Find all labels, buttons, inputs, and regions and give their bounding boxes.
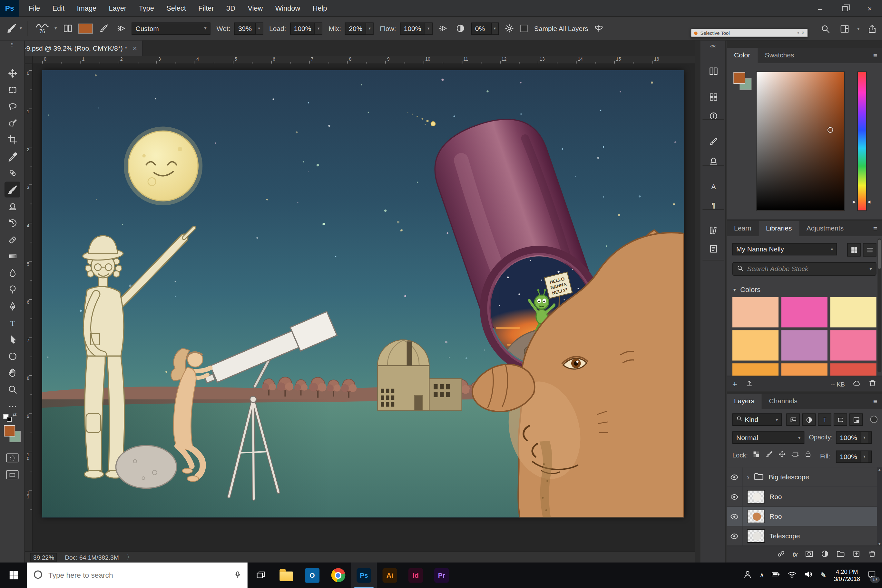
menu-image[interactable]: Image [70, 0, 102, 16]
blend-mode-dropdown[interactable]: Normal▾ [732, 431, 804, 444]
brush-panel-icon[interactable] [97, 22, 110, 35]
eyedropper-tool[interactable] [4, 148, 20, 164]
smudge-tool[interactable] [4, 265, 20, 281]
add-to-library-button[interactable]: + [732, 379, 737, 389]
brush-preset-picker[interactable]: 76 [34, 22, 51, 34]
filter-toggle[interactable] [870, 416, 878, 423]
foreground-color-swatch[interactable] [4, 425, 15, 436]
lock-lock-icon[interactable] [804, 451, 812, 460]
layer-mask-icon[interactable] [805, 549, 813, 559]
zoom-tool[interactable] [4, 382, 20, 398]
taskbar-app-file-explorer[interactable] [273, 562, 299, 588]
brushsettings-icon[interactable] [704, 134, 722, 149]
link-layers-icon[interactable] [777, 549, 785, 559]
layer-visibility-toggle[interactable] [727, 487, 742, 506]
pen-icon[interactable]: ✎ [820, 571, 826, 579]
taskbar-app-photoshop[interactable]: Ps [351, 562, 377, 588]
flow-input[interactable]: 100%▾ [400, 22, 433, 34]
minimize-button[interactable]: – [808, 0, 832, 17]
search-icon[interactable] [819, 22, 832, 36]
layers-menu-icon[interactable]: ≡ [873, 394, 878, 409]
task-view-button[interactable] [248, 562, 273, 588]
healing-tool[interactable] [4, 165, 20, 181]
libraries-icon[interactable] [704, 222, 722, 238]
lock-artboard-icon[interactable] [791, 451, 798, 460]
quick-mask-button[interactable] [6, 453, 18, 462]
ruler-vertical[interactable]: 01234567891 01 1 [25, 64, 33, 551]
lasso-tool[interactable] [4, 99, 20, 114]
layer-visibility-toggle[interactable] [727, 507, 742, 526]
layer-thumbnail[interactable] [747, 530, 765, 543]
layer-visibility-toggle[interactable] [727, 526, 742, 546]
tab-adjustments[interactable]: Adjustments [799, 221, 851, 236]
menu-filter[interactable]: Filter [192, 0, 220, 16]
toolbar-grip[interactable]: ⠿ [0, 43, 25, 48]
menu-file[interactable]: File [22, 0, 46, 16]
upload-icon[interactable] [746, 379, 753, 389]
layer-row-telescope[interactable]: Telescope [727, 526, 878, 546]
menu-type[interactable]: Type [132, 0, 160, 16]
wet-input[interactable]: 39%▾ [234, 22, 263, 34]
library-color-swatch-8[interactable] [830, 363, 876, 375]
restore-button[interactable] [832, 0, 857, 17]
tab-channels[interactable]: Channels [762, 394, 805, 409]
saturation-brightness-picker[interactable] [756, 72, 845, 211]
airbrush-toggle-icon[interactable] [436, 22, 450, 35]
menu-window[interactable]: Window [269, 0, 306, 16]
gradient-tool[interactable] [4, 249, 20, 264]
library-color-swatch-6[interactable] [732, 363, 778, 375]
panel-menu-icon[interactable]: ≡ [873, 48, 878, 63]
tab-color[interactable]: Color [727, 48, 757, 63]
lock-brushsettings-icon[interactable] [765, 451, 773, 460]
library-color-swatch-3[interactable] [732, 330, 778, 360]
move-tool[interactable] [4, 65, 20, 81]
menu-edit[interactable]: Edit [46, 0, 70, 16]
hand-tool[interactable] [4, 365, 20, 381]
libraries-menu-icon[interactable]: ≡ [873, 221, 878, 236]
menu-help[interactable]: Help [306, 0, 333, 16]
pen-tool[interactable] [4, 298, 20, 314]
close-button[interactable]: × [857, 0, 882, 17]
filter-kind-dropdown[interactable]: Kind▾ [732, 414, 782, 426]
filter-adjust-icon[interactable] [802, 414, 816, 426]
current-tool-preview[interactable]: ▾ [4, 22, 22, 35]
filter-pixel-icon[interactable] [786, 414, 800, 426]
collapse-panels-icon[interactable]: «« [700, 40, 725, 51]
layer-thumbnail[interactable] [747, 510, 765, 523]
tab-learn[interactable]: Learn [727, 221, 759, 236]
delete-layer-icon[interactable] [868, 549, 876, 559]
character-icon[interactable]: A [704, 178, 722, 194]
selective-tool-controls[interactable]: ▫× [797, 30, 804, 36]
layer-row-big-telescope[interactable]: ›Big telescope [727, 467, 878, 487]
library-search-input[interactable]: Search Adobe Stock ▾ [732, 262, 876, 276]
hue-slider[interactable] [857, 72, 867, 211]
color-panel-fg-bg[interactable] [734, 72, 754, 92]
dodge-tool[interactable] [4, 282, 20, 297]
delete-icon[interactable] [868, 379, 876, 389]
people-icon[interactable] [743, 570, 752, 580]
taskbar-app-premiere[interactable]: Pr [429, 562, 454, 588]
crop-tool[interactable] [4, 132, 20, 148]
search-input[interactable] [48, 571, 228, 579]
tab-libraries[interactable]: Libraries [759, 221, 799, 236]
path-select-tool[interactable] [4, 332, 20, 348]
library-color-swatch-5[interactable] [830, 330, 876, 360]
eraser-tool[interactable] [4, 232, 20, 248]
layer-row-roo[interactable]: Roo [727, 487, 878, 507]
opacity-input[interactable]: 100%▾ [836, 431, 872, 444]
mode-dropdown[interactable]: Custom▾ [132, 22, 210, 34]
lock-move-tool[interactable] [778, 451, 786, 460]
layer-thumbnail[interactable] [747, 490, 765, 504]
colors-section-header[interactable]: ▼Colors [732, 286, 760, 293]
history-tool[interactable] [4, 215, 20, 231]
adjustment-layer-icon[interactable] [821, 549, 829, 559]
libraries-scrollbar[interactable] [878, 238, 881, 372]
smoothing-icon[interactable] [454, 22, 467, 35]
menu-layer[interactable]: Layer [102, 0, 132, 16]
volume-icon[interactable] [804, 570, 813, 580]
library-color-swatch-1[interactable] [782, 297, 828, 327]
paragraph-icon[interactable]: ¶ [704, 197, 722, 213]
menu-3d[interactable]: 3D [220, 0, 242, 16]
info-icon[interactable] [704, 108, 722, 124]
library-select[interactable]: My Nanna Nelly▾ [732, 243, 837, 255]
